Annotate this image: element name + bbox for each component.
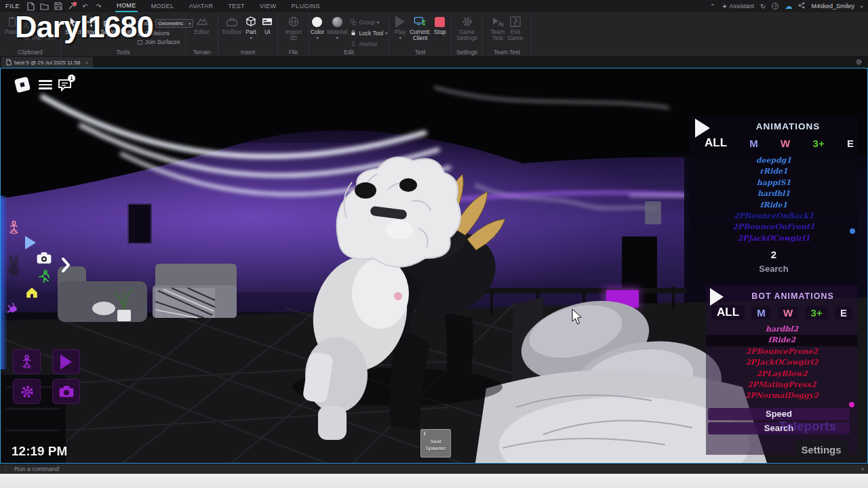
import-3d-button[interactable]: Import3D [285, 15, 301, 42]
filter-m[interactable]: M [749, 138, 758, 149]
anchor-button[interactable]: Anchor [350, 39, 387, 49]
filter-w[interactable]: W [778, 306, 798, 319]
username[interactable]: M4sked_Smiley [811, 3, 854, 9]
material-button[interactable]: Material ▾ [327, 15, 347, 39]
play-grid-button[interactable] [52, 349, 80, 374]
collapse-ribbon-icon[interactable]: ⌃ [710, 3, 715, 10]
filter-e[interactable]: E [847, 138, 854, 149]
runner-icon[interactable] [37, 270, 50, 287]
scroll-indicator[interactable] [850, 228, 855, 234]
cloud-icon[interactable]: ☁ [785, 2, 792, 11]
record-dot [73, 2, 77, 5]
animation-item[interactable]: 2PBounceOnBack1 [690, 211, 858, 222]
scroll-indicator[interactable] [849, 402, 854, 407]
emote-grid-button[interactable] [13, 349, 41, 374]
play-button[interactable]: Play ▾ [393, 15, 407, 39]
animation-item[interactable]: 2PBounceOnFront1 [690, 222, 858, 232]
camera-grid-button[interactable] [52, 379, 80, 404]
tab-test[interactable]: TEST [226, 0, 246, 12]
close-icon[interactable]: × [85, 60, 88, 66]
toolbox-button[interactable]: Toolbox [222, 15, 241, 35]
panel-play-icon[interactable] [695, 119, 710, 138]
animation-item[interactable]: rRide1 [690, 166, 858, 177]
animation-item-selected[interactable]: fRide2 [706, 335, 858, 346]
tab-model[interactable]: MODEL [150, 0, 176, 12]
tab-view[interactable]: VIEW [258, 0, 278, 12]
group-button[interactable]: Group ▾ [350, 17, 387, 27]
animation-item[interactable]: hardbl1 [690, 188, 858, 199]
place-file-icon [6, 59, 12, 66]
settings-button[interactable]: Settings [795, 440, 848, 459]
animation-item[interactable]: 2PMatingPress2 [706, 380, 858, 390]
animation-item[interactable]: 2PBounceProne2 [706, 346, 858, 357]
filter-all[interactable]: ALL [711, 305, 745, 320]
emote-dancer-icon[interactable] [7, 220, 21, 238]
animation-item[interactable]: 2PNormalDoggy2 [706, 390, 858, 401]
camera-icon[interactable] [36, 251, 52, 268]
sync-icon[interactable]: ↻ [760, 3, 766, 10]
tab-avatar[interactable]: AVATAR [188, 0, 215, 12]
bunny-icon[interactable] [6, 254, 22, 281]
speed-button[interactable]: Speed [708, 408, 850, 420]
ribbon-group-edit: Color ▾ Material ▾ Group ▾ L [309, 12, 389, 57]
document-tab-bar: best 5 @ 29 Jul 2025 11:58 × [0, 57, 868, 68]
ribbon-group-insert: Toolbox Part ▾ UI Insert [218, 12, 278, 57]
home-icon[interactable] [25, 286, 39, 302]
ui-button[interactable]: UI [260, 15, 274, 35]
color-circle-icon [312, 17, 322, 27]
terrain-editor-button[interactable]: Editor [194, 15, 209, 35]
search-button[interactable]: Search [690, 264, 858, 274]
filter-all[interactable]: ALL [705, 136, 727, 150]
panel-play-icon[interactable] [710, 288, 724, 306]
settings-grid-button[interactable] [13, 379, 41, 404]
chevron-down-icon: ▾ [399, 36, 401, 39]
stop-button[interactable]: Stop [433, 15, 447, 35]
tab-plugins[interactable]: PLUGINS [290, 0, 321, 12]
team-test-button[interactable]: TeamTest [491, 15, 505, 42]
bot-animations-list: hardbl2 fRide2 2PBounceProne2 2PJackOCow… [706, 324, 858, 402]
animation-item[interactable]: happiS1 [690, 178, 858, 188]
command-input[interactable]: Run a command [14, 466, 59, 472]
lock-tool-button[interactable]: Lock Tool ▾ [350, 28, 387, 38]
animation-item[interactable]: fRide1 [690, 200, 858, 211]
animation-item[interactable]: 2PJackOCowgirl1 [690, 233, 858, 244]
animation-item[interactable]: 2PJackOCowgirl2 [706, 357, 858, 368]
filter-w[interactable]: W [781, 138, 790, 149]
filter-e[interactable]: E [835, 306, 852, 319]
file-menu[interactable]: FILE [5, 3, 20, 9]
assistant-button[interactable]: ✦ Assistant [722, 3, 754, 10]
current-client-button[interactable]: Current:Client [410, 15, 431, 42]
chevron-down-icon: ▾ [250, 36, 252, 39]
color-button[interactable]: Color ▾ [311, 15, 324, 39]
filter-3plus[interactable]: 3+ [813, 138, 825, 149]
game-viewport[interactable]: 1 [0, 68, 868, 464]
gear-icon[interactable] [855, 56, 863, 68]
ribbon-group-settings: GameSettings Settings [452, 12, 483, 57]
part-button[interactable]: Part ▾ [244, 15, 258, 39]
play-emote-icon[interactable] [25, 236, 36, 249]
teleports-label[interactable]: Teleports [779, 420, 836, 434]
chevron-right-icon[interactable] [60, 257, 71, 276]
bot-animations-filters: ALL M W 3+ E [711, 305, 852, 320]
filter-3plus[interactable]: 3+ [806, 306, 828, 319]
exit-game-button[interactable]: ExitGame [507, 15, 523, 42]
client-monitor-icon [414, 15, 427, 28]
menu-icon[interactable] [39, 80, 52, 89]
command-bar-expand-icon[interactable]: ▾ [861, 466, 864, 472]
filter-m[interactable]: M [751, 306, 771, 319]
seat-spawner-button[interactable]: 1 SeatSpawner [420, 429, 451, 458]
animation-item[interactable]: deepdg1 [690, 155, 858, 166]
assistant-label: Assistant [730, 3, 755, 9]
terrain-icon [195, 15, 209, 28]
game-settings-button[interactable]: GameSettings [456, 15, 477, 42]
animation-item[interactable]: 2PLayBlow2 [706, 369, 858, 380]
lock-icon [350, 29, 357, 37]
page-count: 2 [690, 249, 858, 260]
animations-panel-title: ANIMATIONS [724, 121, 852, 131]
animation-item[interactable]: hardbl2 [706, 324, 858, 335]
share-icon[interactable] [798, 2, 805, 10]
user-dropdown-icon[interactable]: ▾ [861, 5, 863, 8]
drag-handle-icon[interactable]: ⋮ [3, 466, 8, 472]
help-icon[interactable]: ? [772, 3, 778, 9]
document-tab[interactable]: best 5 @ 29 Jul 2025 11:58 × [1, 57, 93, 68]
